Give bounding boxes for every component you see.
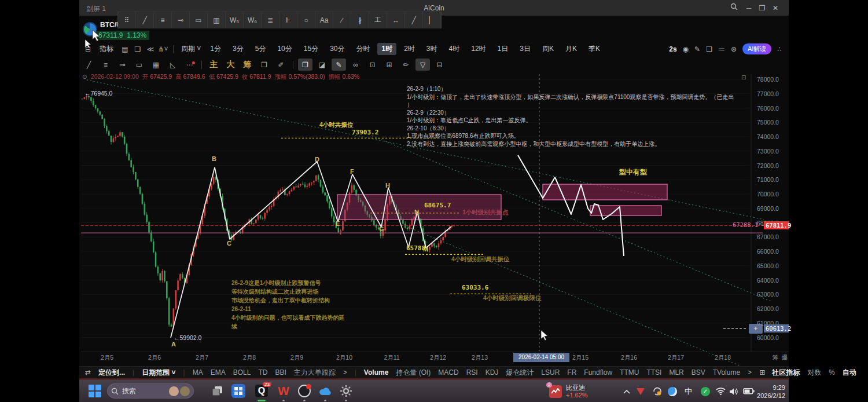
indicator-TTMU[interactable]: TTMU <box>620 368 639 377</box>
side-tab-爆[interactable]: 爆 <box>782 354 788 362</box>
period-月K[interactable]: 月K <box>561 43 581 55</box>
titlebar-search-icon[interactable] <box>729 3 739 13</box>
horizontal-ray-icon[interactable]: ⊸ <box>172 12 190 28</box>
diagonal-line-icon[interactable]: ╱ <box>405 12 423 28</box>
overflow-icon[interactable]: ▏ <box>423 12 441 28</box>
volume-icon[interactable] <box>729 380 738 402</box>
ray-icon[interactable]: ⊸ <box>115 59 130 71</box>
period-2时[interactable]: 2时 <box>400 43 419 55</box>
option-%[interactable]: % <box>829 368 835 377</box>
settings-app-icon[interactable] <box>339 383 354 399</box>
indicator-爆仓统计[interactable]: 爆仓统计 <box>506 368 534 378</box>
side-tab-筹[interactable]: 筹 <box>773 354 779 362</box>
option-对数[interactable]: 对数 <box>807 368 821 378</box>
rect-icon[interactable]: ▭ <box>132 59 146 71</box>
list-icon[interactable]: ≔ <box>718 45 725 53</box>
eraser-icon[interactable]: ◪ <box>315 59 329 71</box>
ibeam-tool-icon[interactable]: 工 <box>369 12 387 28</box>
indicator-LSUR[interactable]: LSUR <box>541 368 560 377</box>
rectangle-tool-icon[interactable]: ▭ <box>190 12 208 28</box>
calendar-icon[interactable]: ▤ <box>119 45 131 53</box>
period-30分[interactable]: 30分 <box>326 43 348 55</box>
period-3日[interactable]: 3日 <box>516 43 535 55</box>
gold-tool-0[interactable]: 主 <box>207 59 221 71</box>
share-icon[interactable]: ∴ <box>777 45 782 53</box>
candle-style-icon[interactable]: ⋔˅ <box>157 45 170 53</box>
filter-icon[interactable]: ▽ <box>415 59 430 71</box>
search-avatar2[interactable] <box>180 386 190 396</box>
date-range-dropdown[interactable]: 日期范围 ˅ <box>142 368 175 378</box>
close-icon[interactable]: ✕ <box>770 3 781 13</box>
aicoin-app-icon[interactable]: Q 23 <box>253 383 270 399</box>
rewind-icon[interactable]: ≪ <box>144 45 157 53</box>
tray-app1-icon[interactable] <box>637 380 645 402</box>
indicator-TVolume[interactable]: TVolume <box>713 368 740 377</box>
layout-icon[interactable]: ❏ <box>131 45 144 53</box>
pencil-line-icon[interactable]: ╱ <box>82 59 96 71</box>
overlay-BBI[interactable]: BBI <box>275 368 286 377</box>
price-range-icon[interactable]: Ͱ <box>279 12 297 28</box>
indicator-KDJ[interactable]: KDJ <box>486 368 499 377</box>
magic-brush-icon[interactable]: ✐ <box>274 59 288 71</box>
period-季K[interactable]: 季K <box>584 43 604 55</box>
indicator-Volume[interactable]: Volume <box>364 368 388 377</box>
trash-icon[interactable]: ⊟ <box>432 59 447 71</box>
cloud-app-icon[interactable] <box>318 383 333 399</box>
tray-moon-icon[interactable] <box>668 380 677 402</box>
period-5分[interactable]: 5分 <box>251 43 270 55</box>
task-view-icon[interactable] <box>210 383 225 399</box>
period-12时[interactable]: 12时 <box>467 43 490 55</box>
file-app-icon[interactable] <box>231 383 246 399</box>
fib-lines-icon[interactable]: ≣ <box>262 12 279 28</box>
tray-chevron-icon[interactable] <box>623 380 630 402</box>
overlay-TD[interactable]: TD <box>258 368 267 377</box>
strike-line-icon[interactable]: ∦ <box>351 12 369 28</box>
start-button[interactable] <box>87 383 102 399</box>
popout-icon[interactable]: ❏ <box>706 45 712 53</box>
cycle-dropdown[interactable]: 周期 ˅ <box>177 43 205 55</box>
taskbar-search[interactable]: 搜索 <box>107 383 194 399</box>
wps-app-icon[interactable]: W <box>276 383 291 399</box>
period-1时[interactable]: 1时 <box>377 43 396 55</box>
layers-icon[interactable]: ❐ <box>298 59 312 71</box>
bar-range-icon[interactable]: ↔ <box>387 12 405 28</box>
ray-tool-icon[interactable]: ∕ <box>333 12 351 28</box>
period-1分[interactable]: 1分 <box>206 43 225 55</box>
community-icon[interactable]: ⊞ <box>759 368 765 377</box>
ellipse-tool-icon[interactable]: ○ <box>297 12 315 28</box>
period-分时[interactable]: 分时 <box>352 43 374 55</box>
option-自动[interactable]: 自动 <box>843 368 856 378</box>
period-10分[interactable]: 10分 <box>273 43 296 55</box>
minimize-icon[interactable]: ─ <box>744 3 754 13</box>
camera-icon[interactable]: ◉ <box>683 45 689 53</box>
pattern-box-icon[interactable]: ▥ <box>208 12 226 28</box>
text-tool-icon[interactable]: Aa <box>315 12 333 28</box>
dots-tool-icon[interactable]: ⋯ <box>182 59 197 71</box>
panel-icon[interactable]: ▦ <box>149 59 163 71</box>
locate-icon[interactable]: ⇄ <box>85 368 91 377</box>
indicator->[interactable]: > <box>748 368 752 377</box>
wifi-icon[interactable] <box>716 380 726 402</box>
trend-line-icon[interactable]: ╱ <box>136 12 154 28</box>
indicator-TTSI[interactable]: TTSI <box>646 368 661 377</box>
wave5-tool-icon[interactable]: W₅ <box>226 12 244 28</box>
anchor-price-tag[interactable]: 60613.2 <box>764 324 789 332</box>
battery-icon[interactable] <box>743 380 755 402</box>
gold-tool-2[interactable]: 筹 <box>240 59 255 71</box>
period-3时[interactable]: 3时 <box>422 43 442 55</box>
tray-green-icon[interactable]: ✓ <box>701 380 710 402</box>
binocular-icon[interactable]: ∞ <box>348 59 363 71</box>
gold-tool-1[interactable]: 大 <box>223 59 238 71</box>
search-avatar[interactable] <box>169 386 179 396</box>
period-4时[interactable]: 4时 <box>445 43 464 55</box>
indicator-RSI[interactable]: RSI <box>466 368 478 377</box>
locate-button[interactable]: 定位到... <box>98 368 125 378</box>
period-15分[interactable]: 15分 <box>300 43 322 55</box>
ai-analysis-button[interactable]: AI解读 <box>742 43 771 54</box>
obs-app-icon[interactable] <box>297 383 312 399</box>
feather-pen-icon[interactable]: ✏ <box>399 59 413 71</box>
draw-icon[interactable]: ✎ <box>694 45 700 53</box>
period-3分[interactable]: 3分 <box>229 43 248 55</box>
highlight-pen-icon[interactable]: ✎ <box>332 59 346 71</box>
settings-gear-icon[interactable]: ⊛ <box>731 45 737 53</box>
